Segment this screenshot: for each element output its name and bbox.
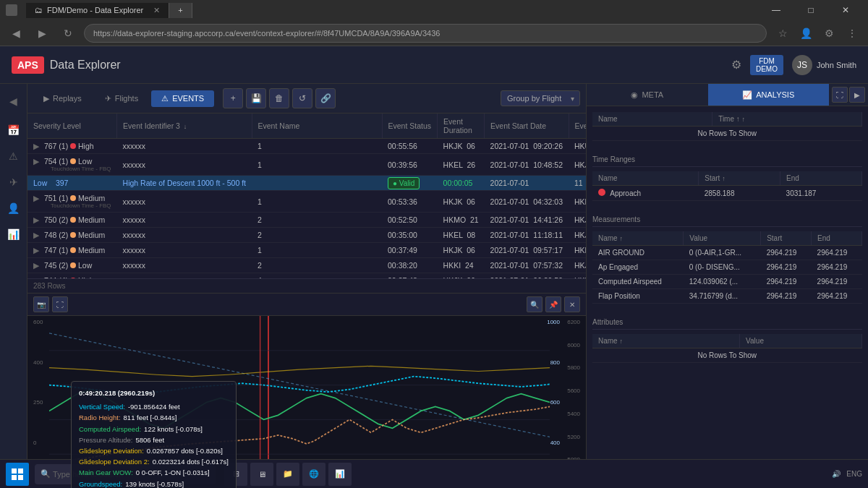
active-tab[interactable]: 🗂 FDM/Demo - Data Explorer ✕ [26,3,169,18]
cell-time: HKML 17 [569,191,586,213]
chart-snapshot-btn[interactable]: 📷 [33,296,49,312]
minimize-btn[interactable]: — [760,0,793,20]
chart-pin-btn[interactable]: 📌 [545,296,561,312]
measurement-row[interactable]: Ap Engaged 0 (0- DISENG... 2964.219 2964… [592,260,862,275]
range-color-dot [598,189,605,196]
sidebar-collapse-btn[interactable]: ◀ [2,90,25,113]
expand-icon[interactable]: ▶ [33,246,39,254]
tool-actions: + 💾 🗑 ↺ 🔗 [223,88,336,108]
tr-start: 2858.188 [699,186,780,201]
chart-expand-btn[interactable]: ⛶ [52,296,68,312]
tr-name: Approach [592,186,699,201]
maximize-btn[interactable]: □ [794,0,827,20]
cell-status: 00:52:50 [382,213,438,228]
close-btn[interactable]: ✕ [829,0,862,20]
settings-icon[interactable]: ⚙ [731,58,741,72]
severity-dot [70,143,76,149]
meta-tab[interactable]: ◉ META [587,84,708,106]
expand-icon[interactable]: ▶ [33,261,39,270]
taskbar-app-2[interactable]: 🖥 [250,463,273,486]
forward-btn[interactable]: ▶ [32,23,52,43]
measurement-row[interactable]: AIR GROUND 0 (0-AIR,1-GR... 2964.219 296… [592,246,862,260]
right-panel: ◉ META 📈 ANALYSIS ⛶ ▶ Name [586,84,868,488]
sidebar-item-calendar[interactable]: 📅 [2,119,25,142]
measurement-row[interactable]: Computed Airspeed 124.039062 (... 2964.2… [592,275,862,289]
table-row[interactable]: ▶ 751 (1) Medium Touchdown Time - FBQ xx… [27,191,586,213]
taskbar-app-5[interactable]: 📊 [328,463,352,486]
col-event-id[interactable]: Event Identifier 3 ↓ [117,114,252,139]
measurement-row[interactable]: Flap Position 34.716799 (d... 2964.219 2… [592,289,862,304]
cell-date: 2021-07-01 [485,176,569,191]
cell-status: 00:35:00 [382,228,438,243]
expand-icon[interactable]: ▶ [33,276,39,278]
cell-name: 1 [252,139,382,154]
table-row[interactable]: ▶ 754 (1) Low Touchdown Time - FBQ xxxxx… [27,154,586,176]
col-event-name: Event Name [252,114,382,139]
app-header: APS Data Explorer ⚙ FDM DEMO JS John Smi… [0,46,868,84]
demo-label: DEMO [756,65,778,73]
table-row[interactable]: ▶ 750 (2) Medium xxxxxx 2 00:52:50 HKMO … [27,213,586,228]
sidebar-item-reports[interactable]: 📊 [2,223,25,246]
group-by-select[interactable]: Group by Flight [501,90,580,106]
add-btn[interactable]: + [223,88,243,108]
measurements-title: Measurements [592,213,862,227]
link-btn[interactable]: 🔗 [315,88,336,108]
table-row[interactable]: ▶ 748 (2) Medium xxxxxx 2 00:35:00 HKEL … [27,228,586,243]
table-row[interactable]: ▶ 747 (1) Medium xxxxxx 1 00:37:49 HKJK … [27,243,586,258]
no-rows-text: No Rows To Show [592,127,862,141]
table-row[interactable]: Low 397 High Rate of Descent 1000 ft - 5… [27,176,586,191]
sidebar-item-alerts[interactable]: ⚠ [2,145,25,168]
logo-mark: APS [12,56,44,74]
expand-icon[interactable]: ▶ [33,231,39,239]
url-bar[interactable]: https://data-explorer-staging.apccorp.ca… [84,24,767,43]
tab-title: FDM/Demo - Data Explorer [47,6,143,14]
menu-icon[interactable]: ⋮ [842,23,862,43]
replays-tab[interactable]: ▶ Replays [33,90,92,107]
back-btn[interactable]: ◀ [6,23,26,43]
center-panel: ▶ Replays ✈ Flights ⚠ EVENTS + 💾 🗑 ↺ 🔗 [27,84,586,488]
user-area[interactable]: JS John Smith [792,55,856,75]
cell-duration: HKJK 06 [438,139,485,154]
refresh-btn[interactable]: ↻ [58,23,78,43]
time-range-row[interactable]: Approach 2858.188 3031.187 [592,186,862,201]
cell-time: HKEL 26 [569,243,586,258]
extensions-icon[interactable]: ⚙ [819,23,839,43]
bookmark-icon[interactable]: ☆ [773,23,793,43]
taskbar-app-4[interactable]: 🌐 [302,463,326,486]
severity-dot [70,262,76,268]
chart-zoom-btn[interactable]: 🔍 [527,296,542,312]
table-row[interactable]: ▶ 745 (2) Low xxxxxx 2 00:38:20 HKKI 24 … [27,258,586,273]
expand-icon[interactable]: ▶ [33,157,39,166]
expand-panel-btn[interactable]: ⛶ [832,87,848,103]
start-btn[interactable] [6,463,29,486]
profile-icon[interactable]: 👤 [796,23,816,43]
right-panel-tabs: ◉ META 📈 ANALYSIS ⛶ ▶ [587,84,868,106]
expand-icon[interactable]: ▶ [33,215,39,224]
chart-close-btn[interactable]: ✕ [564,296,580,312]
right-panel-scroll[interactable]: Name Time ↑ ↑ No Rows To Show [587,106,868,488]
table-row[interactable]: ▶ 744 (4) High xxxxxx 4 00:37:48 HKJK 06… [27,273,586,279]
tab-close[interactable]: ✕ [153,6,160,15]
delete-btn[interactable]: 🗑 [269,88,289,108]
flights-tab[interactable]: ✈ Flights [95,90,148,107]
analysis-tab[interactable]: 📈 ANALYSIS [708,84,830,106]
events-tab[interactable]: ⚠ EVENTS [151,90,214,107]
cell-severity: ▶ 748 (2) Medium [27,228,117,243]
severity-dot [70,278,76,278]
forward-panel-btn[interactable]: ▶ [849,87,865,103]
expand-icon[interactable]: ▶ [33,194,39,202]
cell-date: 2021-07-01 11:18:11 [485,228,569,243]
expand-icon[interactable]: ▶ [33,142,39,150]
taskbar-app-3[interactable]: 📁 [276,463,299,486]
reset-btn[interactable]: ↺ [292,88,312,108]
severity-dot [70,195,76,201]
group-by-select-wrapper[interactable]: Group by Flight [501,90,580,106]
cell-name: 1 [252,154,382,176]
cell-code: xxxxxx [117,228,252,243]
sidebar-item-users[interactable]: 👤 [2,197,25,220]
svg-rect-12 [12,468,17,474]
save-btn[interactable]: 💾 [246,88,266,108]
table-row[interactable]: ▶ 767 (1) High xxxxxx 1 00:55:56 HKJK 06… [27,139,586,154]
sidebar-item-flights[interactable]: ✈ [2,171,25,194]
new-tab-btn[interactable]: + [169,3,192,18]
